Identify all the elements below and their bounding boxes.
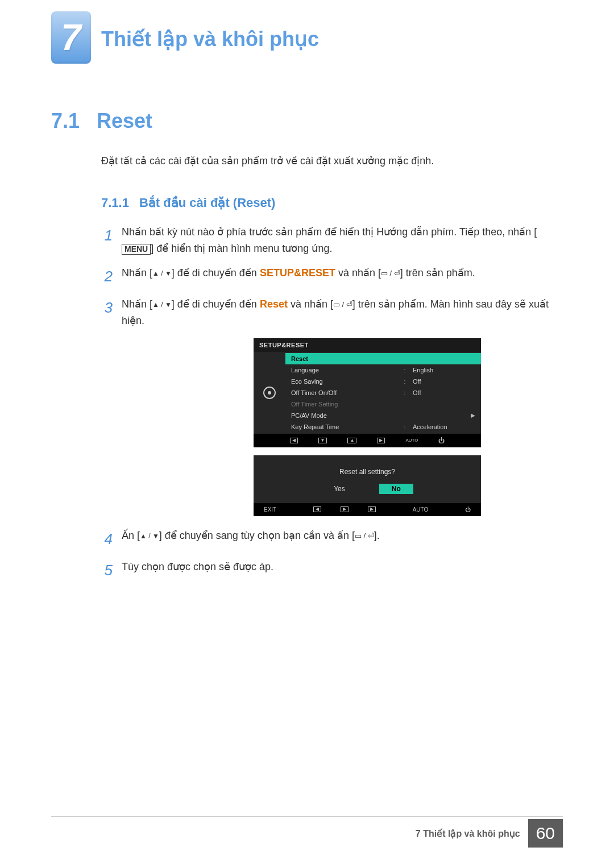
step-2: 2 Nhấn [▲ / ▼] để di chuyển đến SETUP&RE…: [101, 265, 563, 289]
chapter-title: Thiết lập và khôi phục: [101, 27, 319, 51]
nav-left-icon[interactable]: ◀: [290, 438, 298, 443]
step-text: Nhấn bất kỳ nút nào ở phía trước sản phẩ…: [122, 224, 563, 257]
reset-dialog: Reset all settings? Yes No EXIT ◀ ▶ ▶ AU…: [254, 455, 481, 516]
dialog-question: Reset all settings?: [254, 468, 481, 476]
reset-label: Reset: [260, 298, 288, 310]
subsection-number: 7.1.1: [101, 196, 129, 210]
step-1: 1 Nhấn bất kỳ nút nào ở phía trước sản p…: [101, 224, 563, 257]
page-footer: 7 Thiết lập và khôi phục 60: [416, 819, 563, 848]
nav-left-icon[interactable]: ◀: [313, 506, 321, 512]
chapter-header: 7 Thiết lập và khôi phục: [51, 11, 563, 64]
step-text: Nhấn [▲ / ▼] để di chuyển đến Reset và n…: [122, 296, 563, 329]
section-number: 7.1: [51, 109, 80, 133]
enter-icon: ▭ / ⏎: [381, 269, 400, 277]
footer-divider: [51, 816, 563, 817]
dialog-no[interactable]: No: [379, 484, 413, 494]
step-3: 3 Nhấn [▲ / ▼] để di chuyển đến Reset và…: [101, 296, 563, 329]
step-number: 1: [101, 224, 113, 248]
step-number: 5: [101, 559, 113, 583]
step-4: 4 Ấn [▲ / ▼] để chuyển sang tùy chọn bạn…: [101, 528, 563, 551]
power-icon[interactable]: ⏻: [465, 506, 471, 513]
menu-key: MENU: [122, 244, 151, 255]
osd-title: SETUP&RESET: [254, 338, 481, 352]
nav-enter-icon[interactable]: ▶: [368, 506, 376, 512]
footer-label: 7 Thiết lập và khôi phục: [416, 828, 520, 839]
osd-rows: Reset Language:English Eco Saving:Off Of…: [285, 352, 481, 434]
up-down-icon: ▲ / ▼: [152, 269, 172, 277]
osd-row-eco[interactable]: Eco Saving:Off: [285, 376, 481, 387]
step-text: Tùy chọn được chọn sẽ được áp.: [122, 559, 563, 575]
osd-row-language[interactable]: Language:English: [285, 364, 481, 376]
up-down-icon: ▲ / ▼: [152, 301, 172, 309]
dialog-auto[interactable]: AUTO: [413, 506, 429, 513]
up-down-icon: ▲ / ▼: [140, 532, 159, 540]
nav-auto[interactable]: AUTO: [405, 438, 418, 443]
power-icon[interactable]: ⏻: [438, 437, 445, 444]
step-number: 2: [101, 265, 113, 289]
step-text: Ấn [▲ / ▼] để chuyển sang tùy chọn bạn c…: [122, 528, 563, 544]
enter-icon: ▭ / ⏎: [333, 300, 352, 309]
chapter-number: 7: [61, 16, 81, 59]
section-header: 7.1 Reset: [51, 109, 563, 133]
setupreset-label: SETUP&RESET: [260, 267, 335, 279]
subsection-title: Bắt đầu cài đặt (Reset): [139, 196, 275, 210]
enter-icon: ▭ / ⏎: [355, 531, 374, 540]
step-number: 3: [101, 296, 113, 320]
dialog-exit[interactable]: EXIT: [264, 506, 276, 513]
osd-menu: SETUP&RESET Reset Language:English Eco: [254, 338, 481, 447]
section-intro: Đặt tất cả các cài đặt của sản phẩm trở …: [101, 155, 563, 167]
osd-row-pcav[interactable]: PC/AV Mode▶: [285, 410, 481, 421]
gear-icon: [263, 387, 276, 399]
dialog-nav-bar: EXIT ◀ ▶ ▶ AUTO ⏻: [254, 503, 481, 516]
chevron-right-icon: ▶: [471, 412, 475, 418]
section-title: Reset: [97, 109, 152, 133]
osd-row-keyrepeat[interactable]: Key Repeat Time:Acceleration: [285, 421, 481, 433]
osd-row-offtimer-setting: Off Timer Setting: [285, 398, 481, 410]
nav-right-icon[interactable]: ▶: [341, 506, 349, 512]
osd-nav-bar: ◀ ▼ ▲ ▶ AUTO ⏻: [254, 434, 481, 447]
step-text: Nhấn [▲ / ▼] để di chuyển đến SETUP&RESE…: [122, 265, 563, 281]
dialog-yes[interactable]: Yes: [321, 484, 358, 494]
osd-row-offtimer[interactable]: Off Timer On/Off:Off: [285, 387, 481, 398]
steps-list: 1 Nhấn bất kỳ nút nào ở phía trước sản p…: [101, 224, 563, 583]
nav-down-icon[interactable]: ▼: [318, 438, 327, 443]
nav-up-icon[interactable]: ▲: [347, 438, 356, 443]
step-5: 5 Tùy chọn được chọn sẽ được áp.: [101, 559, 563, 583]
step-number: 4: [101, 528, 113, 551]
chapter-tab: 7: [51, 11, 91, 64]
nav-right-icon[interactable]: ▶: [377, 438, 385, 443]
footer-page-number: 60: [528, 819, 563, 848]
subsection-header: 7.1.1 Bắt đầu cài đặt (Reset): [101, 196, 563, 210]
osd-screenshot: SETUP&RESET Reset Language:English Eco: [254, 338, 563, 516]
osd-sidebar: [254, 352, 285, 434]
osd-row-reset[interactable]: Reset: [285, 353, 481, 364]
